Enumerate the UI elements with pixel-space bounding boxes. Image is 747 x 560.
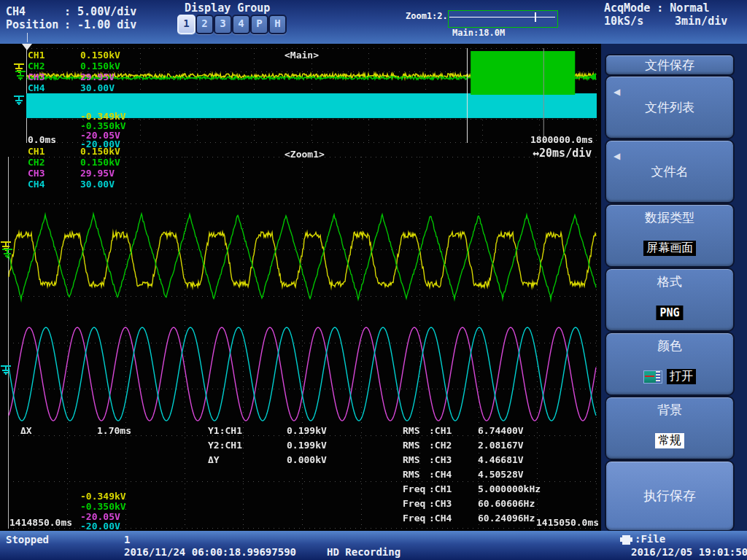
menu-title-label: 文件保存 — [645, 57, 694, 74]
meas-src: :CH2 — [429, 440, 478, 451]
main-ch2-value: 0.150kV — [80, 61, 120, 71]
meas-value: 60.60606Hz — [478, 498, 535, 509]
delta-x-value: 1.70ms — [97, 425, 131, 436]
menu-button-format[interactable]: 格式 PNG — [605, 268, 735, 332]
meas-src: :CH4 — [429, 513, 478, 524]
menu-button-background[interactable]: 背景 常规 — [605, 396, 735, 460]
menu-button-file-list[interactable]: 文件列表 — [605, 75, 735, 139]
soft-menu: 文件保存 文件列表 文件名 数据类型 屏幕画面 格式 PNG 颜色 打开 背景 — [601, 44, 747, 531]
left-arrow-icon — [614, 151, 620, 161]
meas-func: RMS — [403, 469, 429, 480]
zoom-ch2-value: 0.150kV — [80, 157, 120, 168]
main-ch2-label: CH2 — [28, 61, 80, 71]
zoom-ch1-level: -0.349kV — [80, 491, 126, 502]
delta-x-label: ΔX — [20, 425, 97, 436]
zoom-ch2-level: -0.350kV — [80, 501, 126, 512]
zoom-ch4-label: CH4 — [28, 179, 80, 190]
header-tick — [27, 33, 28, 42]
menu-button-color[interactable]: 颜色 打开 — [605, 332, 735, 396]
time-per-div: 3min/div — [675, 15, 727, 28]
display-group-button-1[interactable]: 1 — [177, 15, 196, 34]
color-thumbnail-icon — [643, 370, 662, 384]
meas-func: RMS — [403, 425, 429, 436]
menu-button-data-type[interactable]: 数据类型 屏幕画面 — [605, 203, 735, 268]
main-ch4-label: CH4 — [28, 82, 80, 93]
hd-recording-status: HD Recording — [327, 546, 400, 558]
meas-value: 4.46681V — [478, 454, 524, 465]
y2-label: Y2:CH1 — [208, 440, 287, 451]
main-ch4-value: 30.00V — [80, 82, 115, 93]
zoom-ch1-value: 0.150kV — [80, 146, 120, 157]
record-bar-line — [449, 17, 555, 18]
format-label: 格式 — [657, 273, 682, 290]
background-label: 背景 — [657, 402, 682, 419]
zoom-ch4-level: -20.00V — [80, 521, 120, 532]
meas-func: RMS — [403, 454, 429, 465]
meas-src: :CH1 — [429, 425, 478, 436]
ch2-ground-marker-icon — [15, 70, 26, 80]
background-value: 常规 — [655, 433, 684, 448]
meas-value: 5.000000kHz — [478, 483, 541, 494]
menu-button-execute-save[interactable]: 执行保存 — [605, 460, 735, 532]
meas-src: :CH4 — [429, 469, 478, 480]
display-group-button-h[interactable]: H — [268, 15, 287, 34]
record-position-bar[interactable] — [448, 10, 558, 28]
meas-src: :CH1 — [429, 483, 478, 494]
zoom-ch3-label: CH3 — [28, 168, 80, 179]
oscilloscope-screen: CH4 : 5.00V/div Position : -1.00 div Dis… — [0, 0, 747, 560]
main-time-start: 0.0ms — [28, 134, 56, 145]
zoom-ch2-label: CH2 — [28, 157, 80, 168]
meas-src: :CH3 — [429, 454, 478, 465]
meas-func: RMS — [403, 440, 429, 451]
top-header: CH4 : 5.00V/div Position : -1.00 div Dis… — [0, 0, 747, 44]
meas-value: 6.74400V — [478, 425, 524, 436]
execute-save-label: 执行保存 — [643, 487, 696, 505]
zoom-ch3-value: 29.95V — [80, 168, 115, 179]
main-window-title: <Main> — [285, 50, 319, 61]
display-group-button-p[interactable]: P — [250, 15, 268, 34]
output-target-label: :File — [635, 533, 665, 545]
status-bar: Stopped 1 2016/11/24 06:00:18.99697590 H… — [0, 531, 747, 560]
meas-value: 2.08167V — [478, 440, 524, 451]
menu-title-file-save: 文件保存 — [605, 54, 735, 76]
meas-func: Freq — [403, 498, 429, 509]
meas-func: Freq — [403, 513, 429, 524]
acq-mode: AcqMode : Normal — [604, 1, 710, 15]
main-ch3-value: 29.95V — [80, 71, 115, 82]
main-ch1-value: 0.150kV — [80, 50, 120, 61]
zoom-time-start: 1414850.0ms — [9, 517, 72, 528]
meas-value: 4.50528V — [478, 469, 524, 480]
zoom-time-end: 1415050.0ms — [536, 517, 599, 528]
active-channel-scale: : 5.00V/div — [64, 5, 136, 18]
display-group-button-4[interactable]: 4 — [232, 15, 250, 34]
position-label: Position — [6, 18, 58, 31]
file-name-label: 文件名 — [651, 163, 689, 180]
menu-button-file-name[interactable]: 文件名 — [605, 139, 735, 203]
zoom-window-title: <Zoom1> — [285, 149, 325, 160]
position-value: : -1.00 div — [64, 18, 136, 31]
zoom-ch2-ground-marker-icon — [1, 248, 13, 258]
printer-icon — [620, 535, 633, 545]
meas-func: Freq — [403, 483, 429, 494]
display-group-button-3[interactable]: 3 — [214, 15, 232, 34]
meas-value: 60.24096Hz — [478, 513, 535, 524]
y2-value: 0.199kV — [287, 440, 327, 451]
sample-rate: 10kS/s — [604, 15, 643, 28]
display-group-button-2[interactable]: 2 — [196, 15, 214, 34]
zoom-ch1-label: CH1 — [28, 146, 80, 157]
meas-src: :CH3 — [429, 498, 478, 509]
y1-label: Y1:CH1 — [208, 425, 287, 436]
main-time-end: 1800000.0ms — [530, 134, 593, 145]
record-bar-marker[interactable] — [535, 12, 536, 22]
acquisition-state: Stopped — [6, 534, 49, 545]
file-list-label: 文件列表 — [645, 99, 694, 116]
main-record-length-label: Main:18.0M — [452, 28, 505, 38]
acquisition-count: 1 — [124, 534, 130, 545]
time-zero-marker-icon — [22, 44, 32, 50]
zoom-ch4-value: 30.00V — [80, 179, 115, 190]
ch4-ground-marker-icon — [13, 95, 25, 105]
y1-value: 0.199kV — [287, 425, 327, 436]
color-value: 打开 — [667, 369, 696, 384]
trigger-timestamp: 2016/11/24 06:00:18.99697590 — [124, 546, 296, 558]
system-datetime: 2016/12/05 19:01:50 — [631, 546, 747, 558]
